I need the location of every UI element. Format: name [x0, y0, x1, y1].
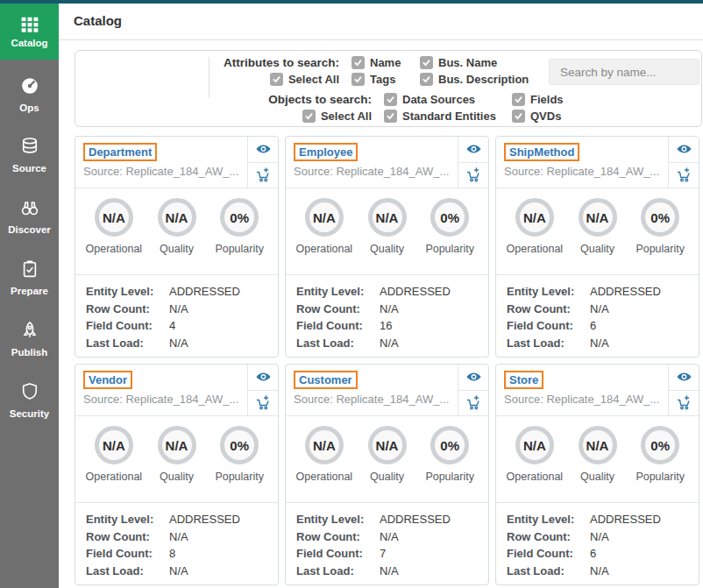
metric-quality: N/A Quality: [566, 426, 629, 497]
preview-eye-button[interactable]: [669, 365, 699, 390]
checkbox-checked-icon: [420, 56, 433, 69]
entity-name-badge[interactable]: Department: [83, 143, 157, 161]
stat-field-count: Field Count:6: [507, 317, 688, 335]
checkbox-bus-name[interactable]: Bus. Name: [420, 56, 529, 69]
entity-name-badge[interactable]: ShipMethod: [504, 143, 579, 161]
entity-stats: Entity Level:ADDRESSED Row Count:N/A Fie…: [75, 275, 278, 357]
preview-eye-button[interactable]: [248, 137, 278, 162]
metric-circle: N/A: [515, 426, 554, 464]
entity-card: Store Source: Replicate_184_AW_...: [495, 364, 699, 585]
metric-circle: 0%: [220, 426, 259, 464]
stat-field-count: Field Count:8: [86, 545, 267, 563]
stat-entity-level: Entity Level:ADDRESSED: [296, 511, 478, 528]
shield-icon: [20, 382, 39, 401]
metric-quality: N/A Quality: [566, 198, 629, 269]
checkbox-name[interactable]: Name: [352, 56, 420, 69]
preview-eye-button[interactable]: [248, 365, 278, 390]
entity-name-badge[interactable]: Vendor: [83, 371, 132, 389]
checkbox-bus-description[interactable]: Bus. Description: [420, 73, 529, 86]
preview-eye-button[interactable]: [458, 137, 488, 162]
sidebar-item-label: Discover: [0, 224, 59, 235]
sidebar: Catalog Ops Source Disc: [0, 0, 59, 588]
entity-stats: Entity Level:ADDRESSED Row Count:N/A Fie…: [496, 275, 699, 357]
metric-circle: N/A: [158, 426, 196, 464]
preview-eye-button[interactable]: [458, 365, 488, 390]
checkbox-attributes-select-all[interactable]: Select All: [270, 73, 339, 86]
metric-operational: N/A Operational: [503, 198, 566, 269]
add-to-cart-button[interactable]: [458, 390, 488, 416]
checkbox-tags[interactable]: Tags: [352, 73, 420, 86]
entity-metrics: N/A Operational N/A Quality 0% Popularit…: [286, 416, 488, 503]
add-to-cart-button[interactable]: [248, 162, 278, 188]
checkbox-checked-icon: [384, 93, 397, 106]
stat-last-load: Last Load:N/A: [86, 563, 267, 580]
stat-row-count: Row Count:N/A: [86, 301, 267, 318]
main-content: Catalog Attributes to search: Name Bus. …: [59, 4, 703, 588]
checkbox-checked-icon: [270, 73, 283, 86]
checkbox-objects-select-all[interactable]: Select All: [302, 110, 372, 123]
metric-circle: N/A: [368, 426, 407, 464]
page-title: Catalog: [74, 13, 122, 28]
metric-popularity: 0% Popularity: [628, 198, 692, 269]
checkbox-data-sources[interactable]: Data Sources: [384, 93, 512, 106]
search-filters-panel: Attributes to search: Name Bus. Name Sel…: [75, 50, 702, 127]
sidebar-item-label: Publish: [0, 347, 59, 358]
entity-stats: Entity Level:ADDRESSED Row Count:N/A Fie…: [496, 503, 699, 584]
entity-name-badge[interactable]: Store: [504, 371, 543, 389]
add-to-cart-button[interactable]: [458, 162, 488, 188]
metric-circle: N/A: [158, 198, 196, 237]
checkbox-fields[interactable]: Fields: [512, 93, 564, 106]
metric-popularity: 0% Popularity: [208, 198, 271, 269]
sidebar-item-catalog[interactable]: Catalog: [0, 4, 59, 60]
search-input[interactable]: [549, 59, 699, 85]
sidebar-item-prepare[interactable]: Prepare: [0, 259, 59, 296]
add-to-cart-button[interactable]: [248, 390, 278, 416]
binoculars-icon: [20, 198, 39, 217]
entity-metrics: N/A Operational N/A Quality 0% Popularit…: [496, 416, 699, 503]
entity-card: Department Source: Replicate_184_AW_...: [75, 136, 279, 358]
stat-row-count: Row Count:N/A: [296, 301, 478, 318]
metric-quality: N/A Quality: [146, 198, 209, 269]
sidebar-item-discover[interactable]: Discover: [0, 198, 59, 235]
entity-metrics: N/A Operational N/A Quality 0% Popularit…: [496, 188, 699, 275]
sidebar-item-label: Security: [0, 408, 59, 419]
checkbox-checked-icon: [512, 93, 525, 106]
entity-name-badge[interactable]: Employee: [294, 143, 358, 161]
sidebar-item-security[interactable]: Security: [0, 382, 59, 419]
checkbox-standard-entities[interactable]: Standard Entities: [384, 110, 512, 123]
entity-card-actions: [668, 365, 699, 415]
add-to-cart-button[interactable]: [669, 162, 699, 188]
preview-eye-button[interactable]: [669, 137, 699, 162]
entity-metrics: N/A Operational N/A Quality 0% Popularit…: [75, 188, 278, 275]
stat-entity-level: Entity Level:ADDRESSED: [86, 283, 267, 301]
metric-popularity: 0% Popularity: [418, 426, 481, 497]
metric-circle: N/A: [305, 426, 344, 464]
entity-stats: Entity Level:ADDRESSED Row Count:N/A Fie…: [286, 275, 488, 357]
sidebar-item-publish[interactable]: Publish: [0, 321, 59, 358]
metric-quality: N/A Quality: [356, 198, 419, 269]
entity-card-header: Customer Source: Replicate_184_AW_...: [286, 365, 488, 416]
stat-entity-level: Entity Level:ADDRESSED: [507, 511, 688, 528]
metric-circle: 0%: [641, 426, 679, 464]
checkbox-checked-icon: [512, 110, 525, 123]
metric-quality: N/A Quality: [146, 426, 209, 497]
checkbox-qvds[interactable]: QVDs: [512, 110, 564, 123]
metric-circle: N/A: [579, 426, 617, 464]
gauge-icon: [20, 76, 39, 96]
metric-operational: N/A Operational: [293, 198, 356, 269]
stat-last-load: Last Load:N/A: [507, 563, 688, 580]
metric-quality: N/A Quality: [356, 426, 419, 497]
entity-source: Source: Replicate_184_AW_...: [294, 393, 450, 406]
entity-card-header: Department Source: Replicate_184_AW_...: [75, 137, 278, 188]
add-to-cart-button[interactable]: [669, 390, 699, 416]
sidebar-item-ops[interactable]: Ops: [0, 76, 59, 113]
attributes-group-label: Attributes to search:: [224, 56, 339, 69]
attributes-filter-group: Attributes to search: Name Bus. Name Sel…: [75, 56, 529, 86]
entity-name-badge[interactable]: Customer: [294, 371, 358, 389]
entity-metrics: N/A Operational N/A Quality 0% Popularit…: [75, 416, 278, 503]
entity-card-actions: [247, 137, 278, 188]
entity-source: Source: Replicate_184_AW_...: [504, 393, 660, 406]
sidebar-item-source[interactable]: Source: [0, 137, 59, 174]
metric-operational: N/A Operational: [82, 426, 146, 497]
entity-card-header: Vendor Source: Replicate_184_AW_...: [75, 365, 278, 416]
